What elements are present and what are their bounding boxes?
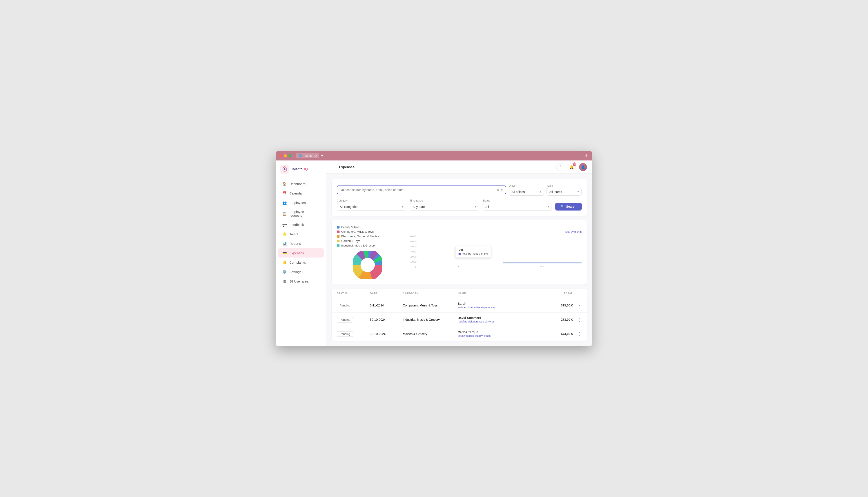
- dashboard-icon: 🏠: [283, 182, 287, 186]
- sidebar-item-expenses[interactable]: 💳 Expenses: [278, 248, 324, 257]
- sidebar-item-dashboard[interactable]: 🏠 Dashboard: [278, 179, 324, 188]
- close-button[interactable]: [279, 154, 282, 157]
- search-dropdown-icon[interactable]: ▾: [501, 188, 502, 191]
- bar-nov: Nov: [503, 262, 582, 268]
- category-select[interactable]: All categories ▾: [337, 203, 406, 211]
- trash-icon[interactable]: 🗑: [584, 154, 589, 158]
- y-label: 0: [415, 266, 416, 268]
- avatar-initials: 👤: [581, 165, 585, 169]
- tab-bar: 🌐 TalentoHQ +: [296, 153, 323, 158]
- minimize-button[interactable]: [284, 154, 287, 157]
- sidebar-item-user-area[interactable]: ⊞ 88 User area: [278, 276, 324, 286]
- breadcrumb: ⊞ › Expenses: [332, 165, 355, 169]
- content-area: ✕ ▾ Office All offices ▾ Team: [326, 174, 592, 346]
- row-menu-button[interactable]: ⋮: [573, 303, 582, 308]
- sidebar-item-label: Complaints: [289, 260, 306, 264]
- apps-icon: ⊞: [332, 165, 334, 169]
- talent-icon: ⭐: [283, 232, 287, 236]
- reports-icon: 📊: [283, 241, 287, 246]
- sidebar-item-label: Reports: [289, 242, 301, 245]
- table-row: Pending 30-10-2024 Movies & Grocery Carl…: [332, 327, 587, 341]
- bar-oct-label: Oct: [457, 265, 460, 268]
- row-date: 30-10-2024: [370, 318, 403, 322]
- search-input-wrap[interactable]: ✕ ▾: [337, 185, 506, 194]
- employee-name: Carlos Tarque: [458, 330, 540, 334]
- employee-role: redefine visionary web services: [458, 320, 540, 323]
- time-select[interactable]: Any date ▾: [410, 203, 479, 211]
- bar-chart-section: Total by month 6,000 5,000 4,000 3,000 2…: [407, 230, 582, 275]
- status-badge: Pending: [337, 317, 353, 323]
- feedback-icon: 💬: [283, 222, 287, 227]
- chevron-down-icon: ▾: [578, 190, 579, 194]
- legend-color: [337, 244, 340, 247]
- app-window: 🌐 TalentoHQ + ↑ 🗑 TalentoHQ: [276, 151, 592, 346]
- legend-color: [337, 226, 340, 228]
- sidebar-item-feedback[interactable]: 💬 Feedback ›: [278, 220, 324, 229]
- y-label: 6,000: [410, 235, 416, 238]
- logo-hq: HQ: [303, 167, 308, 171]
- time-value: Any date: [412, 205, 425, 209]
- sidebar-item-label: Settings: [289, 270, 301, 274]
- legend-label: Beauty & Toys: [341, 225, 359, 229]
- team-label: Team: [547, 184, 582, 187]
- search-btn-label: Search: [566, 205, 576, 208]
- search-input[interactable]: [340, 188, 495, 191]
- tooltip-value-row: Total by month: 5,446: [458, 252, 487, 255]
- notifications-button[interactable]: 🔔 10: [568, 163, 576, 171]
- y-label: 4,000: [410, 245, 416, 248]
- team-select[interactable]: All teams ▾: [547, 188, 582, 196]
- sidebar-item-label: Employee requests: [289, 210, 316, 217]
- row-total: 315,00 €: [540, 303, 573, 307]
- office-select[interactable]: All offices ▾: [509, 188, 544, 196]
- sidebar-item-settings[interactable]: ⚙️ Settings: [278, 267, 324, 276]
- chevron-right-icon: ›: [319, 223, 319, 226]
- help-icon: ?: [559, 165, 561, 169]
- help-button[interactable]: ?: [556, 163, 564, 171]
- filter-card: ✕ ▾ Office All offices ▾ Team: [332, 179, 587, 216]
- legend-label: Electronics, Garden & Movies: [341, 235, 379, 238]
- tab-favicon: 🌐: [299, 154, 302, 157]
- status-badge: Pending: [337, 331, 353, 337]
- avatar[interactable]: 👤: [579, 163, 587, 171]
- sidebar-item-talent[interactable]: ⭐ Talent ›: [278, 229, 324, 239]
- employee-name: Sarah: [458, 302, 540, 306]
- row-date: 30-10-2024: [370, 332, 403, 336]
- row-employee: Carlos Tarque deploy holistic supply-cha…: [458, 330, 540, 337]
- y-axis: 6,000 5,000 4,000 3,000 2,000 1,000 0: [407, 235, 418, 268]
- sidebar-item-complaints[interactable]: 🔔 Complaints: [278, 258, 324, 267]
- team-filter-group: Team All teams ▾: [547, 184, 582, 196]
- search-button[interactable]: 🔍 Search: [555, 203, 582, 211]
- topbar-actions: ? 🔔 10 👤: [556, 163, 587, 171]
- search-row: ✕ ▾ Office All offices ▾ Team: [337, 184, 582, 196]
- sidebar-item-employee-requests[interactable]: 📋 Employee requests ›: [278, 208, 324, 220]
- sidebar-item-reports[interactable]: 📊 Reports: [278, 239, 324, 248]
- row-menu-button[interactable]: ⋮: [573, 331, 582, 337]
- y-label: 2,000: [410, 255, 416, 258]
- chevron-down-icon: ▾: [548, 205, 549, 208]
- legend-label: Garden & Toys: [341, 239, 360, 243]
- expenses-table: STATUS DATE CATEGORY NAME TOTAL Pending …: [332, 289, 587, 341]
- new-tab-button[interactable]: +: [321, 154, 323, 158]
- expenses-icon: 💳: [283, 251, 287, 255]
- maximize-button[interactable]: [289, 154, 291, 157]
- row-status: Pending: [337, 303, 370, 308]
- app-body: TalentoHQ 🏠 Dashboard 📅 Calendar 👥 Emplo…: [276, 160, 592, 346]
- col-actions: [573, 292, 582, 295]
- sidebar-item-label: Dashboard: [289, 182, 305, 186]
- row-status: Pending: [337, 317, 370, 323]
- upload-icon[interactable]: ↑: [578, 154, 582, 158]
- row-menu-button[interactable]: ⋮: [573, 317, 582, 322]
- sidebar-item-label: Feedback: [289, 223, 304, 227]
- calendar-icon: 📅: [283, 191, 287, 195]
- active-tab[interactable]: 🌐 TalentoHQ: [296, 153, 319, 158]
- status-badge: Pending: [337, 303, 353, 308]
- sidebar-item-employees[interactable]: 👥 Employees: [278, 198, 324, 207]
- bar-nov-bar: [503, 262, 582, 264]
- category-value: All categories: [340, 205, 358, 209]
- category-filter-group: Category All categories ▾: [337, 199, 406, 211]
- legend-item: Beauty & Toys: [337, 225, 398, 229]
- clear-icon[interactable]: ✕: [497, 188, 499, 191]
- row-category: Computers, Music & Toys: [403, 303, 458, 307]
- status-select[interactable]: All ▾: [483, 203, 552, 211]
- sidebar-item-calendar[interactable]: 📅 Calendar: [278, 188, 324, 198]
